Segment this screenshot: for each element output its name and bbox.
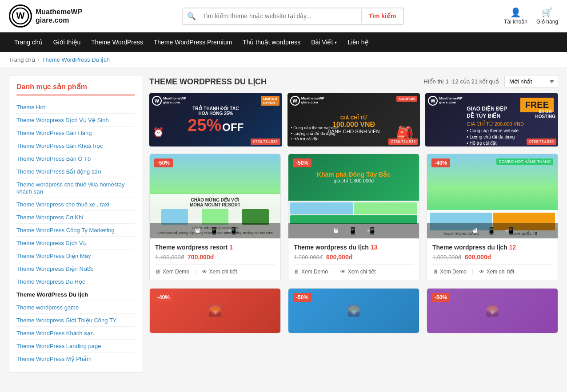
sidebar-item[interactable]: Theme Wordpress Cơ Khí <box>16 211 135 224</box>
banner-free[interactable]: W MuathemeWPgiare.com GIAO DIỆN ĐẸPDỄ TÙ… <box>425 93 558 147</box>
product-thumbnail: CHÀO MỪNG ĐẾN VỚIMONA MOUNT RESORT Hotli… <box>150 154 280 238</box>
account-button[interactable]: 👤 Tài khoản <box>504 7 527 25</box>
detail-button[interactable]: 👁 Xem chi tiết <box>479 269 515 275</box>
sidebar-item[interactable]: Theme Wordpress Du Học <box>16 275 135 288</box>
breadcrumb-current: Theme WordPress Du lịch <box>42 56 110 63</box>
sidebar-item[interactable]: Theme WordPress Điện Máy <box>16 249 135 262</box>
demo-button[interactable]: 🖥 Xem Demo <box>155 269 189 275</box>
bottom-product-card[interactable]: -50% 🌄 <box>288 288 419 333</box>
breadcrumb: Trang chủ / Theme WordPress Du lịch <box>0 52 567 68</box>
header-actions: 👤 Tài khoản 🛒 Giỏ hàng <box>504 7 558 25</box>
banner-phone-2: 0766.734.539 <box>388 139 418 145</box>
search-icon: 🔍 <box>183 8 200 24</box>
breadcrumb-home[interactable]: Trang chủ <box>9 56 35 63</box>
product-name: Theme wordpress resort 1 <box>155 244 275 251</box>
price-area: 1,400,000đ 700,000đ <box>155 253 275 261</box>
timer-icon: ⏰ <box>153 127 164 138</box>
product-thumb-overlay: 🖥 📱 📲 <box>288 223 419 238</box>
banner-hosting-text: 03 GBHOSTING <box>535 109 555 119</box>
bottom-product-grid: -40% 🌄 -50% 🌄 -50% 🌄 <box>149 288 558 333</box>
bottom-product-card[interactable]: -50% 🌄 <box>427 288 558 333</box>
sidebar-item[interactable]: Theme WordPress Mỹ Phẩm <box>16 352 135 365</box>
search-button[interactable]: Tìm kiếm <box>361 9 403 23</box>
sidebar-item[interactable]: Theme WordPress Công Ty Marketing <box>16 224 135 237</box>
product-card[interactable]: Khám phá Đông Tây Bắc giá chỉ 1.300.000đ… <box>288 154 419 281</box>
sidebar-item[interactable]: Theme WordPress Bán Hàng <box>16 127 135 139</box>
nav-item-thủ-thuật-wordpress[interactable]: Thủ thuật wordpress <box>237 32 306 52</box>
banner-desc-2: • Cung cấp theme website • Lượng chủ đề … <box>291 125 338 142</box>
price-old: 1,000,000đ <box>432 254 461 261</box>
nav-item-trang-chủ[interactable]: Trang chủ <box>9 32 48 52</box>
cart-button[interactable]: 🛒 Giỏ hàng <box>536 7 558 25</box>
detail-button[interactable]: 👁 Xem chi tiết <box>202 269 237 275</box>
product-actions: 🖥 Xem Demo | 👁 Xem chi tiết <box>155 264 275 275</box>
sidebar-item[interactable]: Theme WordPress Bất động sản <box>16 165 135 178</box>
sidebar-item[interactable]: Theme WordPress Khách sạn <box>16 327 135 340</box>
nav-item-theme-wordpress[interactable]: Theme WordPress <box>86 32 148 52</box>
product-card[interactable]: CHÀO MỪNG ĐẾN VỚIMONA MOUNT RESORT Hotli… <box>149 154 281 281</box>
product-actions: 🖥 Xem Demo | 👁 Xem chi tiết <box>432 264 552 275</box>
demo-button[interactable]: 🖥 Xem Demo <box>294 269 328 275</box>
product-card[interactable]: COMBO HOT HÀNG THÁNG TOUR TRONG NƯỚC TOU… <box>427 154 558 281</box>
banner-logo-1: W MuathemeWPgiare.com <box>152 96 186 106</box>
product-thumbnail: Khám phá Đông Tây Bắc giá chỉ 1.300.000đ… <box>288 154 419 238</box>
account-label: Tài khoản <box>504 19 527 25</box>
product-number: 12 <box>509 244 516 251</box>
filter-area: Hiển thị 1–12 của 21 kết quả Mới nhất Cũ… <box>423 75 558 88</box>
sidebar-item[interactable]: Theme Wordpress Giới Thiệu Công TY <box>16 314 135 327</box>
discount-badge: -40% <box>431 158 450 167</box>
results-info: Hiển thị 1–12 của 21 kết quả <box>423 78 499 85</box>
sidebar-item[interactable]: Theme Wordpress Dịch Vụ Vệ Sinh <box>16 114 135 127</box>
action-separator: | <box>333 268 335 275</box>
page-title: THEME WORDPRESS DU LỊCH <box>149 77 267 87</box>
sidebar-item[interactable]: Theme Wordpress Điện Nước <box>16 262 135 275</box>
product-number: 1 <box>229 244 233 251</box>
nav-item-liên-hệ[interactable]: Liên hệ <box>342 32 374 52</box>
banner-student[interactable]: COUPON W MuathemeWPgiare.com GIÁ CHỈ TỪ … <box>287 93 420 147</box>
svg-text:W: W <box>16 11 25 20</box>
bottom-discount-badge: -40% <box>154 293 173 302</box>
demo-label: Xem Demo <box>440 269 467 275</box>
detail-button[interactable]: 👁 Xem chi tiết <box>340 269 376 275</box>
banner-phone-1: 0766.734.539 <box>251 139 280 145</box>
product-info: Theme wordpress du lịch 12 1,000,000đ 60… <box>427 238 558 281</box>
sidebar-item[interactable]: Theme WordPress Bán Khoá học <box>16 139 135 152</box>
sidebar-item[interactable]: Theme WordPress Bán Ô Tô <box>16 152 135 165</box>
nav-item-theme-wordpress-premium[interactable]: Theme WordPress Premium <box>148 32 237 52</box>
sidebar-item[interactable]: Theme Hot <box>16 101 135 114</box>
price-new: 600,000đ <box>465 253 491 261</box>
nav-item-giới-thiệu[interactable]: Giới thiệu <box>48 32 86 52</box>
cart-icon: 🛒 <box>542 7 553 18</box>
discount-badge: -50% <box>293 158 311 167</box>
demo-button[interactable]: 🖥 Xem Demo <box>432 269 467 275</box>
price-area: 1,200,000đ 600,000đ <box>294 253 414 261</box>
detail-label: Xem chi tiết <box>348 269 376 275</box>
tablet-icon: 📱 <box>487 226 496 235</box>
product-thumb-overlay: 🖥 📱 📲 <box>150 223 280 238</box>
sort-select[interactable]: Mới nhất Cũ nhất Giá tăng dần Giá giảm d… <box>504 75 558 88</box>
breadcrumb-separator: / <box>38 56 40 63</box>
sidebar: Danh mục sản phẩm Theme HotTheme Wordpre… <box>9 75 142 373</box>
tablet-icon: 📱 <box>210 226 219 235</box>
product-name: Theme wordpress du lịch 13 <box>294 244 414 251</box>
sidebar-item[interactable]: Theme WordPress Du lịch <box>16 288 135 301</box>
bottom-product-card[interactable]: -40% 🌄 <box>149 288 281 333</box>
product-name: Theme wordpress du lịch 12 <box>432 244 552 251</box>
sidebar-item[interactable]: Theme wordpress game <box>16 301 135 314</box>
screen-icon: 🖥 <box>471 226 478 235</box>
nav-item-bài-viết[interactable]: Bài Viết▾ <box>306 32 342 52</box>
search-area: 🔍 Tìm kiếm <box>182 8 404 25</box>
product-grid: CHÀO MỪNG ĐẾN VỚIMONA MOUNT RESORT Hotli… <box>149 154 558 281</box>
logo-icon: W <box>9 4 32 28</box>
sidebar-item[interactable]: Theme wordpress cho thuê villa homestay … <box>16 178 135 198</box>
price-new: 700,000đ <box>188 253 214 261</box>
sidebar-item[interactable]: Theme Wordpress Dịch Vụ <box>16 237 135 249</box>
banner-badge-2: COUPON <box>396 96 417 102</box>
sidebar-item[interactable]: Theme WordPress Landing page <box>16 340 135 352</box>
banner-sale[interactable]: TRỞ THÀNH ĐỐI TÁCHOA HỒNG 25% 25% OFF LI… <box>149 93 282 147</box>
search-input[interactable] <box>200 9 361 23</box>
price-old: 1,400,000đ <box>155 254 184 261</box>
sidebar-item[interactable]: Theme Wordpress cho thuê xe , taxi <box>16 198 135 211</box>
banner-logo-3: W MuathemeWPgiare.com <box>428 96 462 106</box>
logo-area[interactable]: W MuathemeWP giare.com <box>9 4 82 28</box>
